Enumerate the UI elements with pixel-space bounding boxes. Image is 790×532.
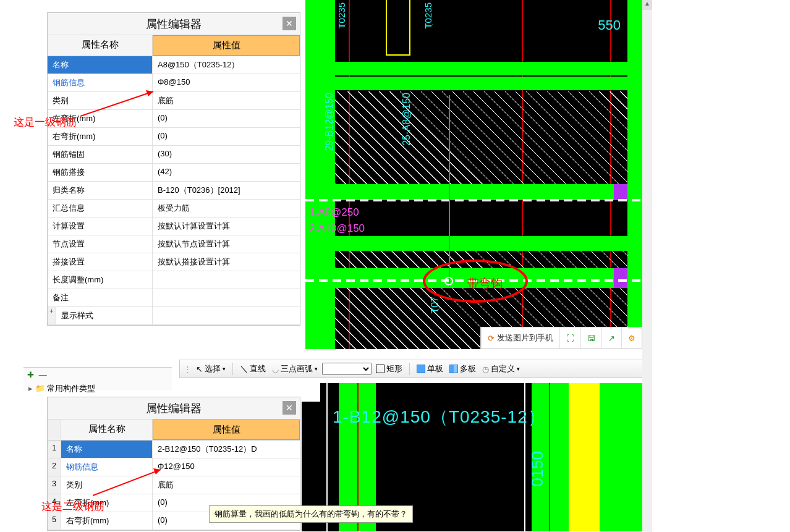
row-category[interactable]: 3类别底筋 [48,476,300,494]
cell-value[interactable]: 底筋 [153,92,300,109]
cell-value[interactable] [153,307,300,324]
single-board-tool[interactable]: 单板 [415,363,445,374]
cell-value[interactable]: 按默认计算设置计算 [153,217,300,235]
panel-title-text: 属性编辑器 [146,18,202,30]
settings-button[interactable]: ⚙ [621,327,642,348]
cell-value[interactable]: (0) [153,128,300,145]
row-rebar-info[interactable]: 钢筋信息Φ8@150 [48,74,300,92]
header-name: 属性名称 [48,35,153,56]
yellow-line [386,54,410,56]
cursor-icon: ↖ [196,365,203,374]
row-display-style[interactable]: +显示样式 [48,307,300,325]
header-name: 属性名称 [61,420,153,440]
cell-value[interactable]: 按默认节点设置计算 [153,235,300,253]
row-anchor[interactable]: 钢筋锚固(30) [48,146,300,164]
tree-item[interactable]: ▸ 📁 常用构件类型 [23,382,172,395]
row-lap-setting[interactable]: 搭接设置按默认搭接设置计算 [48,253,300,271]
row-remark[interactable]: 备注 [48,289,300,307]
purple-block [614,268,627,288]
row-name[interactable]: 1名称2-B12@150（T0235-12）D [48,441,300,458]
row-name[interactable]: 名称A8@150（T0235-12） [48,56,300,74]
cell-value[interactable]: 板受力筋 [153,200,300,217]
cell-value[interactable]: 底筋 [153,476,300,494]
green-column [600,383,643,531]
row-right-bend[interactable]: 右弯折(mm)(0) [48,128,300,146]
cad-viewport-top[interactable]: （T0235 （T0235） 550 29-B12@150 25-A8@150 … [305,0,642,349]
scroll-up-icon[interactable]: ▲ [642,0,652,10]
send-to-phone-button[interactable]: ⟳ 发送图片到手机 [481,327,559,348]
custom-tool[interactable]: ◷自定义▾ [480,363,522,374]
cell-value[interactable]: (0) [153,110,300,127]
row-node-setting[interactable]: 节点设置按默认节点设置计算 [48,235,300,253]
line-tool[interactable]: ＼直线 [238,363,268,374]
cell-name: 搭接设置 [48,253,153,271]
single-board-icon [417,365,425,373]
panel-title-text: 属性编辑器 [146,402,202,415]
cell-value[interactable]: (30) [153,146,300,163]
row-num: 3 [48,476,61,494]
cad-label: （T0235 [336,2,348,29]
cell-name: 归类名称 [48,182,153,199]
label: 直线 [250,363,266,374]
chevron-down-icon: ▾ [517,366,520,372]
cell-value[interactable]: A8@150（T0235-12） [153,56,300,74]
cell-value[interactable] [153,289,300,306]
row-class-name[interactable]: 归类名称B-120（T0236）[2012] [48,182,300,200]
arc-options-select[interactable] [322,363,372,375]
tree-remove-icon[interactable]: — [39,370,47,379]
cell-value[interactable]: Φ12@150 [153,458,300,476]
row-length-adj[interactable]: 长度调整(mm) [48,271,300,289]
multi-board-tool[interactable]: 多板 [448,363,478,374]
share-button[interactable]: ↗ [601,327,621,348]
cell-name: 钢筋搭接 [48,164,153,181]
row-rebar-info[interactable]: 2钢筋信息Φ12@150 [48,458,300,476]
cell-value[interactable]: (42) [153,164,300,181]
component-tree[interactable]: ✚ — ▸ 📁 常用构件类型 [23,367,172,391]
grip-icon[interactable]: ⋮ [184,365,192,374]
fullscreen-button[interactable]: ⛶ [559,327,580,348]
line-icon: ＼ [240,363,248,374]
save-button[interactable]: 🖫 [580,327,601,348]
image-toolbar: ⟳ 发送图片到手机 ⛶ 🖫 ↗ ⚙ [480,327,642,349]
close-button[interactable]: ✕ [282,17,296,30]
tree-add-icon[interactable]: ✚ [27,370,34,379]
row-summary[interactable]: 汇总信息板受力筋 [48,200,300,217]
vertical-scrollbar[interactable]: ▲ [642,0,652,532]
select-tool[interactable]: ↖选择▾ [194,363,227,374]
multi-board-icon [449,365,458,373]
cad-label: 0150 [528,451,547,487]
cell-value[interactable] [153,271,300,289]
refresh-icon: ⟳ [488,334,495,343]
close-button[interactable]: ✕ [282,401,296,415]
rect-tool[interactable]: 矩形 [374,363,404,374]
row-calc-setting[interactable]: 计算设置按默认计算设置计算 [48,217,300,235]
expand-icon: ⛶ [566,334,574,343]
cell-name: 备注 [48,289,153,306]
label: 选择 [205,363,221,374]
custom-icon: ◷ [482,365,489,374]
expand-icon[interactable]: + [48,307,56,324]
header-value[interactable]: 属性值 [153,35,300,56]
row-lap[interactable]: 钢筋搭接(42) [48,164,300,182]
rect-icon [376,365,384,373]
cell-value[interactable]: Φ8@150 [153,74,300,91]
cell-value[interactable]: 2-B12@150（T0235-12）D [153,441,300,458]
header-value[interactable]: 属性值 [153,420,300,440]
yellow-line [386,0,387,56]
row-left-bend[interactable]: 左弯折(mm)(0) [48,110,300,128]
cell-name: 右弯折(mm) [61,512,153,530]
cell-value[interactable]: 按默认搭接设置计算 [153,253,300,271]
gear-icon: ⚙ [628,334,635,343]
arc-tool[interactable]: ◡三点画弧▾ [270,363,320,374]
row-category[interactable]: 类别底筋 [48,92,300,110]
green-band [305,62,642,75]
label: 三点画弧 [281,363,313,374]
grid-line [549,383,550,531]
cell-name: 节点设置 [48,235,153,253]
green-band [305,77,642,90]
header-num [48,420,61,440]
arc-icon: ◡ [272,365,279,374]
cell-value[interactable]: B-120（T0236）[2012] [153,182,300,199]
cad-label: 25-A8@150 [401,93,412,146]
green-band [305,184,642,200]
